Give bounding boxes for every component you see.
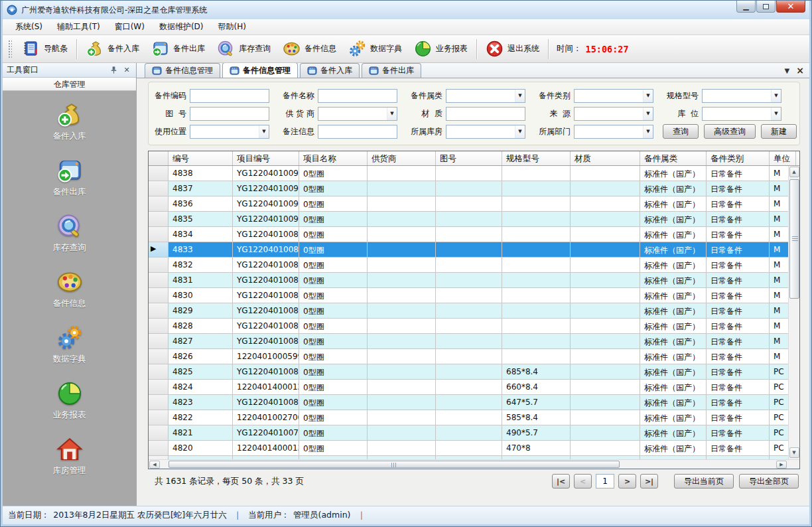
column-header[interactable]: 规格型号	[502, 151, 571, 165]
table-cell[interactable]	[436, 334, 502, 348]
toolbar-stock-out[interactable]: 备件出库	[145, 37, 211, 60]
table-cell[interactable]	[436, 441, 502, 455]
table-row[interactable]: 4834YG122040100890型圈标准件（国产）日常备件M	[149, 227, 799, 242]
table-row[interactable]: 4838YG122040100930型圈标准件（国产）日常备件M	[149, 166, 799, 181]
tab-parts-info-manage-1[interactable]: 备件信息管理	[145, 63, 220, 78]
table-cell[interactable]: 4823	[169, 395, 233, 410]
table-cell[interactable]	[502, 166, 571, 181]
advanced-query-button[interactable]: 高级查询	[704, 124, 756, 139]
table-cell[interactable]	[571, 212, 640, 226]
table-cell[interactable]	[368, 196, 436, 211]
minimize-button[interactable]: ▁	[736, 1, 756, 13]
table-cell[interactable]: 日常备件	[707, 364, 770, 379]
table-cell[interactable]: 日常备件	[707, 181, 770, 196]
column-header[interactable]: 项目名称	[299, 151, 368, 165]
export-current-page-button[interactable]: 导出当前页	[674, 474, 734, 489]
table-cell[interactable]	[436, 242, 502, 257]
table-cell[interactable]	[436, 212, 502, 226]
table-cell[interactable]: 490*5.7	[502, 425, 571, 440]
last-page-button[interactable]: >|	[640, 474, 658, 489]
table-cell[interactable]	[571, 410, 640, 425]
table-cell[interactable]: YG12204010091	[233, 196, 299, 211]
table-cell[interactable]	[502, 258, 571, 272]
table-cell[interactable]: 4834	[169, 227, 233, 242]
row-selector[interactable]	[149, 441, 169, 455]
table-cell[interactable]: 0型圈	[299, 410, 368, 425]
tab-stock-out[interactable]: 备件出库	[362, 63, 421, 78]
table-cell[interactable]: 标准件（国产）	[640, 227, 707, 242]
table-cell[interactable]	[436, 319, 502, 333]
table-cell[interactable]	[368, 319, 436, 333]
table-cell[interactable]: 0型圈	[299, 303, 368, 318]
table-cell[interactable]: 日常备件	[707, 380, 770, 394]
scroll-left-icon[interactable]: ◀	[149, 461, 160, 469]
table-cell[interactable]	[368, 380, 436, 394]
close-button[interactable]: ✕	[776, 1, 805, 13]
row-selector[interactable]	[149, 334, 169, 348]
table-cell[interactable]: 0型圈	[299, 242, 368, 257]
table-cell[interactable]: YG12204010089	[233, 227, 299, 242]
table-cell[interactable]: 0型圈	[299, 196, 368, 211]
column-header[interactable]: 单位	[770, 151, 796, 165]
table-cell[interactable]	[502, 349, 571, 364]
table-cell[interactable]: 660*8.4	[502, 380, 571, 394]
table-row[interactable]: ▶4833YG122040100880型圈标准件（国产）日常备件M	[149, 242, 799, 258]
table-cell[interactable]	[436, 166, 502, 181]
table-cell[interactable]	[571, 349, 640, 364]
table-cell[interactable]	[571, 196, 640, 211]
table-cell[interactable]: 4832	[169, 258, 233, 272]
table-cell[interactable]: 0型圈	[299, 380, 368, 394]
toolbar-inventory-search[interactable]: 库存查询	[211, 37, 277, 60]
toolbar-exit-system[interactable]: 退出系统	[480, 37, 545, 60]
table-cell[interactable]: 标准件（国产）	[640, 410, 707, 425]
table-cell[interactable]: 4829	[169, 303, 233, 318]
row-selector[interactable]: ▶	[149, 242, 169, 257]
table-cell[interactable]: 4828	[169, 319, 233, 333]
query-button[interactable]: 查询	[663, 124, 699, 139]
table-cell[interactable]: 4831	[169, 273, 233, 287]
table-cell[interactable]: 标准件（国产）	[640, 242, 707, 257]
table-cell[interactable]: 585*8.4	[502, 410, 571, 425]
row-selector[interactable]	[149, 196, 169, 211]
sidebar-item-stock-in[interactable]: 备件入库	[53, 102, 86, 142]
column-header[interactable]: 备件类别	[707, 151, 770, 165]
row-selector[interactable]	[149, 303, 169, 318]
column-header[interactable]: 项目编号	[233, 151, 299, 165]
table-cell[interactable]: 0型圈	[299, 227, 368, 242]
table-cell[interactable]: 标准件（国产）	[640, 364, 707, 379]
row-selector[interactable]	[149, 319, 169, 333]
table-cell[interactable]: 4833	[169, 242, 233, 257]
tab-stock-in[interactable]: 备件入库	[300, 63, 360, 78]
sidebar-item-stock-out[interactable]: 备件出库	[53, 157, 86, 198]
remark-input[interactable]	[318, 125, 397, 139]
table-cell[interactable]: 日常备件	[707, 349, 770, 364]
scroll-up-icon[interactable]: ▲	[789, 167, 799, 177]
table-cell[interactable]: 标准件（国产）	[640, 212, 707, 226]
table-cell[interactable]: 0型圈	[299, 425, 368, 440]
table-cell[interactable]: YG12204010085	[233, 288, 299, 303]
row-selector[interactable]	[149, 395, 169, 410]
table-cell[interactable]	[436, 425, 502, 440]
table-row[interactable]: 4830YG122040100850型圈标准件（国产）日常备件M	[149, 288, 799, 303]
table-cell[interactable]	[571, 227, 640, 242]
table-cell[interactable]	[436, 395, 502, 410]
table-cell[interactable]: YG12204010079	[233, 425, 299, 440]
horizontal-scrollbar[interactable]: ◀ ▶	[149, 459, 799, 469]
table-cell[interactable]: 日常备件	[707, 395, 770, 410]
table-cell[interactable]: YG12204010090	[233, 212, 299, 226]
table-cell[interactable]: 4830	[169, 288, 233, 303]
toolbar-stock-in[interactable]: 备件入库	[80, 37, 145, 60]
table-cell[interactable]: 4822	[169, 410, 233, 425]
table-cell[interactable]	[436, 258, 502, 272]
table-cell[interactable]: 647*5.7	[502, 395, 571, 410]
table-cell[interactable]: 标准件（国产）	[640, 303, 707, 318]
table-cell[interactable]	[571, 242, 640, 257]
toolbar-business-report[interactable]: 业务报表	[408, 37, 474, 60]
warehouse-combo[interactable]: ▼	[446, 125, 525, 139]
table-cell[interactable]	[368, 227, 436, 242]
table-cell[interactable]: YG12204010080	[233, 395, 299, 410]
table-cell[interactable]	[502, 227, 571, 242]
table-cell[interactable]: 日常备件	[707, 258, 770, 272]
menu-aux-tools[interactable]: 辅助工具(T)	[50, 19, 107, 35]
row-selector-header[interactable]	[149, 151, 169, 165]
